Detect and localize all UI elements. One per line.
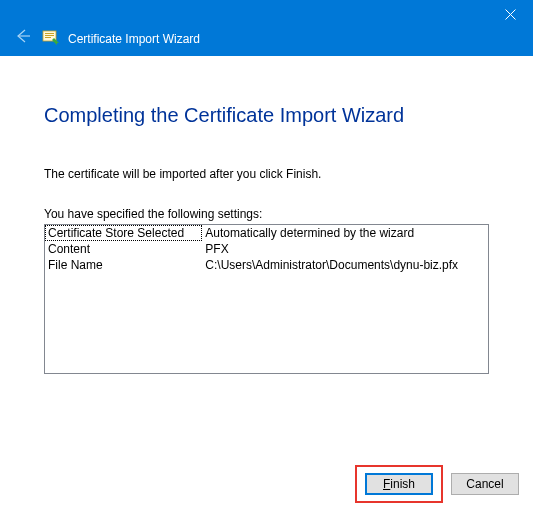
svg-rect-6 [45,37,51,38]
table-row: File Name C:\Users\Administrator\Documen… [45,257,488,273]
svg-rect-5 [45,35,54,36]
table-row: Certificate Store Selected Automatically… [45,225,488,241]
page-heading: Completing the Certificate Import Wizard [44,104,489,127]
settings-label: You have specified the following setting… [44,207,489,221]
setting-value: Automatically determined by the wizard [202,225,488,241]
setting-key: File Name [45,257,202,273]
button-row: Finish Cancel [355,465,519,503]
titlebar: Certificate Import Wizard [0,0,533,56]
setting-value: PFX [202,241,488,257]
cancel-button[interactable]: Cancel [451,473,519,495]
setting-value: C:\Users\Administrator\Documents\dynu-bi… [202,257,488,273]
svg-rect-4 [45,33,54,34]
settings-table: Certificate Store Selected Automatically… [45,225,488,273]
close-icon [505,9,516,20]
instruction-text: The certificate will be imported after y… [44,167,489,181]
table-row: Content PFX [45,241,488,257]
setting-key: Certificate Store Selected [45,225,202,241]
certificate-icon [42,28,60,46]
finish-button[interactable]: Finish [365,473,433,495]
finish-highlight: Finish [355,465,443,503]
setting-key: Content [45,241,202,257]
content-area: Completing the Certificate Import Wizard… [0,56,533,374]
settings-listbox[interactable]: Certificate Store Selected Automatically… [44,224,489,374]
back-button[interactable] [12,26,32,46]
back-arrow-icon [13,27,31,45]
close-button[interactable] [488,0,533,28]
window-title: Certificate Import Wizard [68,32,200,46]
